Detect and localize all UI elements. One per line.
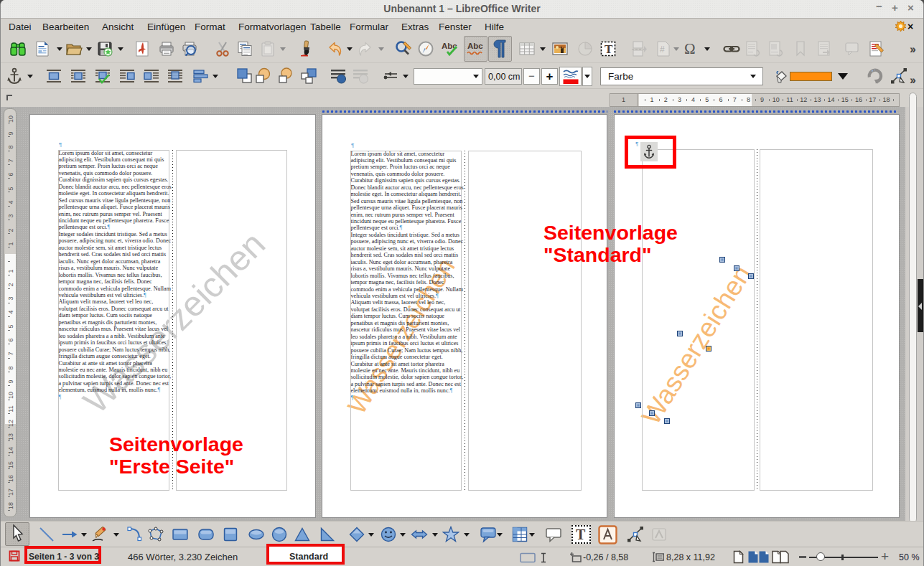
svg-text:T: T — [605, 42, 613, 56]
svg-text:Ω: Ω — [684, 40, 696, 57]
svg-text:#: # — [660, 44, 665, 55]
svg-text:Abc: Abc — [467, 42, 483, 50]
